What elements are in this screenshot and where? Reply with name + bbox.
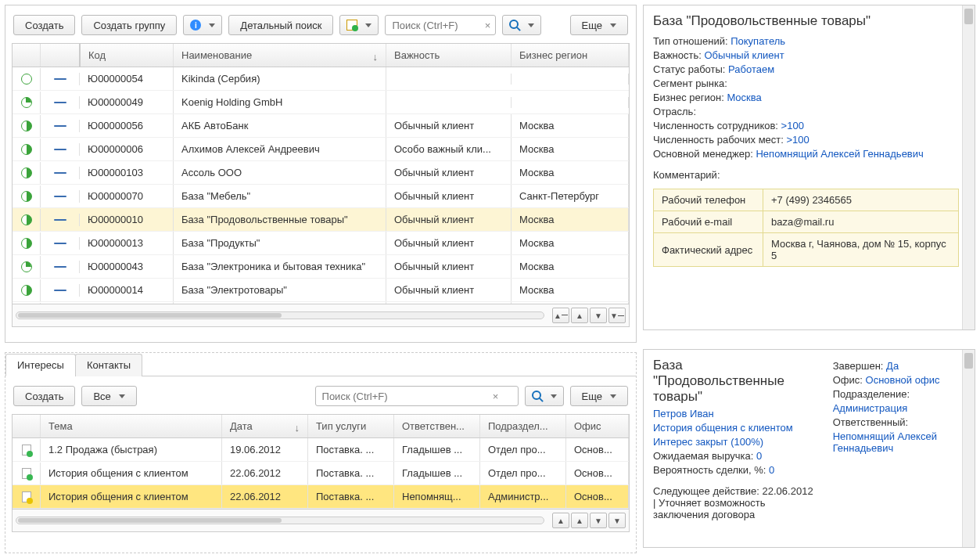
bar-icon [54,102,66,103]
detail-scrollbar[interactable] [962,5,975,329]
create-button[interactable]: Создать [13,15,75,35]
cell-name: База "Электротовары" [174,279,386,301]
nav-last-button[interactable]: ▼ [608,308,626,323]
region-link[interactable]: Москва [727,92,761,103]
sort-desc-icon: ↓ [295,422,300,434]
nav-up-button[interactable]: ▲ [571,513,588,528]
email-value: baza@mail.ru [763,211,959,233]
table-row[interactable]: Ю00000049Koenig Holding GmbH [13,91,629,114]
info-menu-button[interactable]: i [183,15,222,35]
search-menu-button[interactable] [502,15,541,35]
table-row[interactable]: Ю00000070База "Мебель"Обычный клиентСанк… [13,185,629,208]
col-region[interactable]: Бизнес регион [512,44,629,67]
cell-code: Ю00000070 [80,185,174,207]
interests-grid-header: Тема Дата↓ Тип услуги Ответствен... Подр… [13,415,629,438]
clients-grid: Код Наименование↓ Важность Бизнес регион… [12,43,630,327]
info-icon: i [190,20,201,31]
cell-importance: Обычный клиент [386,185,512,207]
cell-region: Саратов [512,302,629,304]
bar-icon [54,219,66,221]
cell-date: 19.06.2012 [222,438,308,461]
table-row[interactable]: Ю00000006Алхимов Алексей АндреевичОсобо … [13,138,629,161]
interest-scrollbar[interactable] [962,350,975,547]
cell-department: Отдел про... [480,462,566,484]
interests-search-menu-button[interactable] [525,386,564,406]
manager-link[interactable]: Непомнящий Алексей Геннадьевич [756,148,923,160]
relation-type-link[interactable]: Покупатель [731,35,785,47]
responsible-link[interactable]: Непомнящий Алексей Геннадьевич [833,430,937,454]
interests-create-button[interactable]: Создать [13,386,75,406]
cell-code: Ф00000008 [80,302,174,304]
dept-link[interactable]: Администрация [833,402,908,414]
table-row[interactable]: Ю00000054Kikinda (Сербия) [13,67,629,91]
doc-status-icon [22,445,31,455]
table-row[interactable]: Ю00000056АКБ АвтоБанкОбычный клиентМоскв… [13,114,629,138]
table-row[interactable]: Ю00000010База "Продовольственные товары"… [13,208,629,232]
clear-icon[interactable]: × [479,20,495,31]
nav-down-button[interactable]: ▼ [590,513,607,528]
cell-region: Москва [512,208,629,231]
bar-icon [54,78,66,80]
hscrollbar[interactable] [16,311,544,319]
phone-value: +7 (499) 2346565 [763,189,959,211]
table-row[interactable]: История общения с клиентом22.06.2012Пост… [13,485,629,509]
nav-first-button[interactable]: ▲ [552,513,569,528]
search-box[interactable]: × [385,15,496,35]
clients-grid-header: Код Наименование↓ Важность Бизнес регион [13,44,629,67]
cell-office: Основ... [566,438,629,461]
cell-region: Москва [512,161,629,184]
table-row[interactable]: Ю00000014База "Электротовары"Обычный кли… [13,279,629,302]
interests-search-input[interactable] [316,387,488,405]
tab-interests[interactable]: Интересы [5,354,76,376]
cell-code: Ю00000043 [80,255,174,278]
col-office[interactable]: Офис [566,415,629,437]
cell-name: База "Продовольственные товары" [174,208,386,231]
clear-icon[interactable]: × [488,391,504,402]
col-name[interactable]: Наименование↓ [174,44,386,67]
nav-up-button[interactable]: ▲ [571,308,588,323]
pie-status-icon [21,144,32,155]
cell-responsible: Гладышев ... [394,462,480,484]
col-importance[interactable]: Важность [386,44,512,67]
more-menu-button[interactable]: Еще [570,15,628,35]
report-menu-button[interactable] [339,15,379,35]
bar-icon [54,125,66,127]
tab-contacts[interactable]: Контакты [75,354,142,376]
search-input[interactable] [386,16,479,34]
email-label: Рабочий e-mail [654,211,763,233]
detail-search-button[interactable]: Детальный поиск [228,15,333,35]
table-row[interactable]: Ю00000103Ассоль ООООбычный клиентМосква [13,161,629,185]
history-link[interactable]: История общения с клиентом [653,422,793,434]
interests-more-button[interactable]: Еще [570,386,628,406]
employees-link[interactable]: >100 [781,120,804,131]
cell-importance [386,97,512,108]
col-responsible[interactable]: Ответствен... [394,415,480,437]
interests-all-button[interactable]: Все [81,386,136,406]
interests-hscrollbar[interactable] [16,517,544,524]
col-code[interactable]: Код [80,44,174,67]
table-row[interactable]: Ю00000013База "Продукты"Обычный клиентМо… [13,232,629,255]
workplaces-link[interactable]: >100 [787,134,809,146]
table-row[interactable]: Ю00000043База "Электроника и бытовая тех… [13,255,629,279]
create-group-button[interactable]: Создать группу [81,15,177,35]
interests-search-box[interactable]: × [315,386,519,406]
importance-link[interactable]: Обычный клиент [704,49,784,61]
nav-down-button[interactable]: ▼ [590,308,607,323]
nav-first-button[interactable]: ▲ [552,308,569,323]
office-link[interactable]: Основной офис [866,374,940,386]
interest-status-link[interactable]: Интерес закрыт (100%) [653,436,763,448]
cell-region: Санкт-Петербург [512,185,629,207]
contact-link[interactable]: Петров Иван [653,408,714,419]
table-row[interactable]: История общения с клиентом22.06.2012Пост… [13,462,629,485]
col-service[interactable]: Тип услуги [308,415,394,437]
cell-date: 22.06.2012 [222,485,308,508]
table-row[interactable]: Ф00000008БалашовОбычный клиентСаратов [13,302,629,304]
col-date[interactable]: Дата↓ [222,415,308,437]
col-theme[interactable]: Тема [41,415,222,437]
table-row[interactable]: 1.2 Продажа (быстрая)19.06.2012Поставка.… [13,438,629,462]
nav-last-button[interactable]: ▼ [608,513,626,528]
col-department[interactable]: Подраздел... [480,415,566,437]
cell-name: Балашов [174,302,386,304]
cell-importance: Особо важный кли... [386,138,512,160]
work-status-link[interactable]: Работаем [728,63,774,75]
